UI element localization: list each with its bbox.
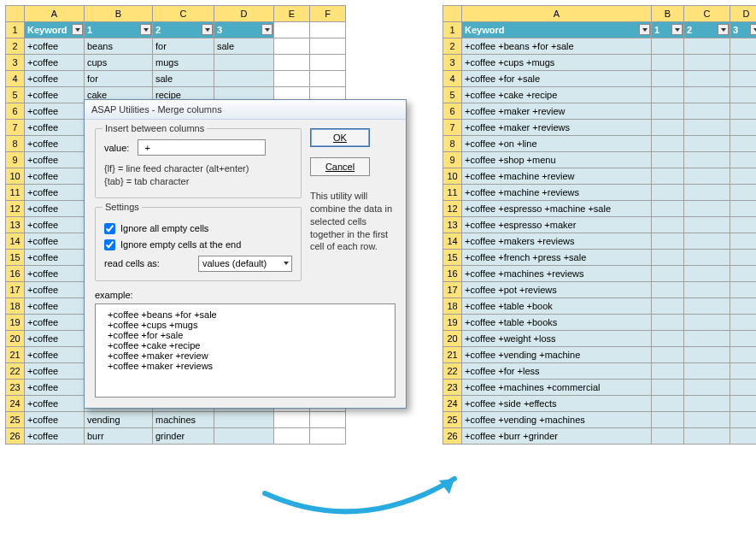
row-header[interactable]: 17 bbox=[6, 282, 25, 298]
cell[interactable] bbox=[684, 168, 730, 185]
cell[interactable] bbox=[684, 55, 730, 71]
checkbox-input[interactable] bbox=[104, 223, 115, 234]
cell[interactable]: vending bbox=[85, 412, 153, 428]
cell[interactable] bbox=[730, 71, 757, 87]
cell[interactable]: +coffee +cups +mugs bbox=[462, 55, 652, 71]
row-header[interactable]: 1 bbox=[443, 22, 462, 38]
filter-header[interactable]: 3 bbox=[730, 22, 757, 38]
cell[interactable]: +coffee bbox=[25, 331, 85, 347]
column-header[interactable]: C bbox=[153, 6, 214, 22]
filter-header[interactable]: Keyword bbox=[25, 22, 85, 38]
cell[interactable] bbox=[214, 428, 274, 445]
cell[interactable]: +coffee +beans +for +sale bbox=[462, 38, 652, 55]
row-header[interactable]: 23 bbox=[443, 380, 462, 396]
cell[interactable] bbox=[652, 201, 684, 217]
cell[interactable] bbox=[652, 87, 684, 103]
cell[interactable]: +coffee bbox=[25, 380, 85, 396]
filter-dropdown-icon[interactable] bbox=[202, 24, 213, 35]
cell[interactable]: +coffee bbox=[25, 217, 85, 233]
cell[interactable]: +coffee +for +sale bbox=[462, 71, 652, 87]
cell[interactable] bbox=[684, 103, 730, 120]
cell[interactable] bbox=[730, 87, 757, 103]
ok-button[interactable]: OK bbox=[310, 128, 370, 147]
cell[interactable] bbox=[684, 217, 730, 233]
cell[interactable]: +coffee +weight +loss bbox=[462, 331, 652, 347]
ignore-end-empty-checkbox[interactable]: Ignore empty cells at the end bbox=[104, 239, 292, 250]
column-header[interactable]: D bbox=[730, 6, 757, 22]
cell[interactable] bbox=[730, 185, 757, 201]
cell[interactable] bbox=[652, 363, 684, 380]
cell[interactable] bbox=[684, 396, 730, 412]
cell[interactable]: for bbox=[85, 71, 153, 87]
dialog-title[interactable]: ASAP Utilities - Merge columns bbox=[85, 100, 406, 120]
row-header[interactable]: 15 bbox=[6, 250, 25, 266]
cell[interactable]: +coffee bbox=[25, 87, 85, 103]
cell[interactable] bbox=[214, 55, 274, 71]
cell[interactable]: +coffee bbox=[25, 363, 85, 380]
cell[interactable] bbox=[652, 298, 684, 315]
cell[interactable] bbox=[652, 412, 684, 428]
row-header[interactable]: 14 bbox=[443, 233, 462, 250]
cell[interactable]: +coffee bbox=[25, 233, 85, 250]
cell[interactable] bbox=[310, 428, 346, 445]
cell[interactable]: grinder bbox=[153, 428, 214, 445]
cell[interactable]: burr bbox=[85, 428, 153, 445]
cell[interactable] bbox=[652, 315, 684, 331]
cell[interactable] bbox=[652, 380, 684, 396]
cell[interactable]: +coffee +vending +machines bbox=[462, 412, 652, 428]
cell[interactable] bbox=[652, 185, 684, 201]
cell[interactable]: beans bbox=[85, 38, 153, 55]
cell[interactable] bbox=[730, 266, 757, 282]
row-header[interactable]: 16 bbox=[443, 266, 462, 282]
cell[interactable] bbox=[274, 38, 310, 55]
row-header[interactable]: 10 bbox=[6, 168, 25, 185]
cell[interactable] bbox=[684, 185, 730, 201]
cell[interactable] bbox=[652, 55, 684, 71]
row-header[interactable]: 19 bbox=[6, 315, 25, 331]
row-header[interactable]: 26 bbox=[443, 428, 462, 445]
cell[interactable] bbox=[684, 266, 730, 282]
cell[interactable]: sale bbox=[214, 38, 274, 55]
select-all-corner[interactable] bbox=[6, 6, 25, 22]
cell[interactable]: +coffee bbox=[25, 120, 85, 136]
column-header[interactable]: E bbox=[274, 6, 310, 22]
cell[interactable] bbox=[730, 103, 757, 120]
filter-dropdown-icon[interactable] bbox=[750, 24, 756, 35]
row-header[interactable]: 5 bbox=[443, 87, 462, 103]
cell[interactable]: cups bbox=[85, 55, 153, 71]
cell[interactable] bbox=[652, 396, 684, 412]
cell[interactable] bbox=[684, 282, 730, 298]
cell[interactable] bbox=[652, 217, 684, 233]
cell[interactable] bbox=[684, 412, 730, 428]
cell[interactable] bbox=[730, 55, 757, 71]
cell[interactable]: +coffee +espresso +maker bbox=[462, 217, 652, 233]
row-header[interactable]: 6 bbox=[443, 103, 462, 120]
cell[interactable] bbox=[730, 363, 757, 380]
cell[interactable] bbox=[684, 87, 730, 103]
cell[interactable]: +coffee bbox=[25, 168, 85, 185]
cell[interactable] bbox=[310, 38, 346, 55]
cell[interactable] bbox=[274, 428, 310, 445]
row-header[interactable]: 25 bbox=[6, 412, 25, 428]
cancel-button[interactable]: Cancel bbox=[310, 157, 370, 176]
cell[interactable] bbox=[310, 412, 346, 428]
cell[interactable] bbox=[730, 38, 757, 55]
cell[interactable] bbox=[652, 136, 684, 152]
cell[interactable] bbox=[652, 266, 684, 282]
cell[interactable]: +coffee bbox=[25, 201, 85, 217]
cell[interactable] bbox=[274, 22, 310, 38]
row-header[interactable]: 25 bbox=[443, 412, 462, 428]
row-header[interactable]: 22 bbox=[443, 363, 462, 380]
cell[interactable]: +coffee +machines +reviews bbox=[462, 266, 652, 282]
ignore-all-empty-checkbox[interactable]: Ignore all empty cells bbox=[104, 223, 292, 234]
checkbox-input[interactable] bbox=[104, 239, 115, 250]
cell[interactable] bbox=[730, 152, 757, 168]
filter-dropdown-icon[interactable] bbox=[639, 24, 650, 35]
cell[interactable]: +coffee +makers +reviews bbox=[462, 233, 652, 250]
cell[interactable] bbox=[730, 298, 757, 315]
cell[interactable]: +coffee +pot +reviews bbox=[462, 282, 652, 298]
cell[interactable] bbox=[730, 331, 757, 347]
cell[interactable] bbox=[684, 363, 730, 380]
row-header[interactable]: 7 bbox=[6, 120, 25, 136]
read-cells-select[interactable]: values (default) bbox=[198, 256, 292, 272]
